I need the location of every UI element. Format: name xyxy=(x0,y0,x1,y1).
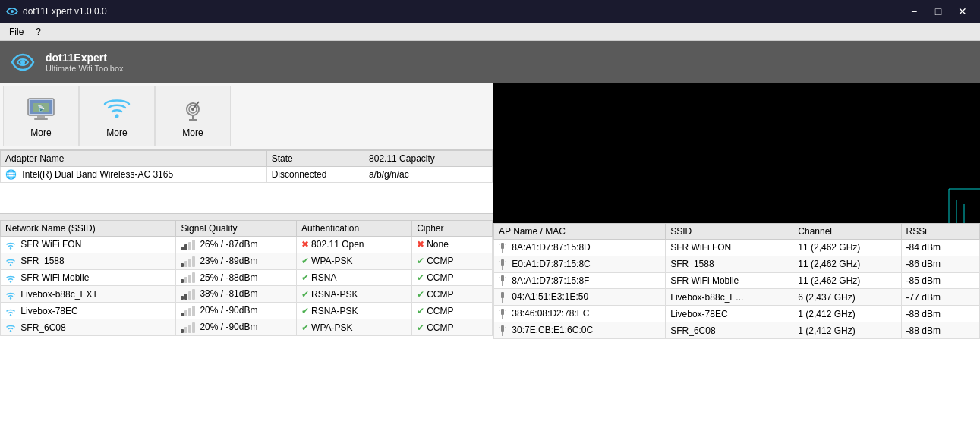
adapter-row[interactable]: 🌐 Intel(R) Dual Band Wireless-AC 3165 Di… xyxy=(1,167,493,183)
net-col-cipher: Cipher xyxy=(412,221,493,237)
wifi-ssid-icon xyxy=(5,291,16,300)
ap-col-rssi: RSSi xyxy=(901,224,979,240)
adapter-col-state: State xyxy=(266,151,364,167)
graph-line xyxy=(950,178,980,223)
title-bar: dot11Expert v1.0.0.0 − □ ✕ xyxy=(0,0,980,23)
network-row[interactable]: Livebox-78EC 20% / -90dBm ✔RSNA-PSK ✔CCM… xyxy=(1,303,493,319)
ap-row[interactable]: 8A:A1:D7:87:15:8D SFR WiFi FON 11 (2,462… xyxy=(494,240,980,256)
window-controls: − □ ✕ xyxy=(903,0,974,23)
maximize-button[interactable]: □ xyxy=(927,0,950,23)
ap-icon xyxy=(499,275,506,286)
svg-point-20 xyxy=(10,264,11,266)
toolbar-btn-1[interactable]: More xyxy=(79,86,155,146)
graph-area xyxy=(493,83,980,223)
adapter-table: Adapter Name State 802.11 Capacity 🌐 Int… xyxy=(0,150,493,183)
svg-point-40 xyxy=(10,331,11,332)
auth-icon: ✖ xyxy=(301,239,309,250)
network-row[interactable]: SFR_1588 23% / -89dBm ✔WPA-PSK ✔CCMP xyxy=(1,253,493,269)
ap-mac: E0:A1:D7:87:15:8C xyxy=(494,256,666,272)
toolbar-btn-2[interactable]: More xyxy=(155,86,231,146)
menu-file[interactable]: File xyxy=(3,25,30,39)
ap-ssid: SFR_1588 xyxy=(666,256,793,272)
svg-text:📡: 📡 xyxy=(37,104,45,112)
wifi-ssid-icon xyxy=(5,307,16,316)
ap-icon xyxy=(499,259,506,270)
svg-rect-16 xyxy=(181,247,184,250)
ap-row[interactable]: 8A:A1:D7:87:15:8F SFR WiFi Mobile 11 (2,… xyxy=(494,272,980,289)
ap-channel: 11 (2,462 GHz) xyxy=(793,256,901,272)
ap-table: AP Name / MAC SSID Channel RSSi 8A:A1:D7… xyxy=(493,223,980,339)
ap-rssi: -77 dBm xyxy=(901,289,979,306)
toolbar-btn-0[interactable]: 📡 More xyxy=(3,86,79,146)
net-auth: ✔RSNA-PSK xyxy=(297,286,412,303)
net-quality: 20% / -90dBm xyxy=(176,303,297,319)
net-auth: ✔RSNA-PSK xyxy=(297,303,412,319)
network-row[interactable]: SFR WiFi FON 26% / -87dBm ✖802.11 Open ✖… xyxy=(1,237,493,253)
net-ssid: SFR_1588 xyxy=(1,253,176,269)
svg-rect-27 xyxy=(184,277,187,283)
app-title: dot11Expert v1.0.0.0 xyxy=(23,6,107,17)
app-header: dot11Expert Ultimate Wifi Toolbox xyxy=(0,41,980,83)
close-button[interactable]: ✕ xyxy=(951,0,974,23)
left-panel: 📡 More More xyxy=(0,83,493,440)
adapter-name: 🌐 Intel(R) Dual Band Wireless-AC 3165 xyxy=(1,167,267,183)
ap-mac: 30:7E:CB:E1:6C:0C xyxy=(494,322,666,339)
net-cipher: ✔CCMP xyxy=(412,269,493,286)
svg-rect-36 xyxy=(181,313,184,316)
svg-rect-29 xyxy=(192,272,195,283)
main-content: 📡 More More xyxy=(0,83,980,440)
svg-line-56 xyxy=(506,276,506,278)
adapter-col-extra xyxy=(477,151,493,167)
minimize-button[interactable]: − xyxy=(903,0,925,23)
ap-mac: 38:46:08:D2:78:EC xyxy=(494,306,666,322)
svg-point-0 xyxy=(11,10,14,13)
net-col-ssid: Network Name (SSID) xyxy=(1,221,176,237)
toolbar-btn-1-label: More xyxy=(106,127,127,138)
network-row[interactable]: SFR_6C08 20% / -90dBm ✔WPA-PSK ✔CCMP xyxy=(1,319,493,336)
ap-channel: 1 (2,412 GHz) xyxy=(793,306,901,322)
svg-line-48 xyxy=(506,244,506,245)
ap-row[interactable]: 04:A1:51:E3:1E:50 Livebox-b88c_E... 6 (2… xyxy=(494,289,980,306)
svg-point-15 xyxy=(10,248,11,250)
ap-col-mac: AP Name / MAC xyxy=(494,224,666,240)
svg-rect-22 xyxy=(184,261,187,267)
ap-rssi: -88 dBm xyxy=(901,306,979,322)
svg-rect-24 xyxy=(192,256,195,267)
ap-col-ssid: SSID xyxy=(666,224,793,240)
menu-help[interactable]: ? xyxy=(30,25,47,39)
net-quality: 25% / -88dBm xyxy=(176,269,297,286)
net-cipher: ✔CCMP xyxy=(412,286,493,303)
toolbar: 📡 More More xyxy=(0,83,493,150)
svg-line-47 xyxy=(499,244,499,245)
network-row[interactable]: SFR WiFi Mobile 25% / -88dBm ✔RSNA ✔CCMP xyxy=(1,269,493,286)
auth-icon: ✔ xyxy=(301,256,309,266)
svg-rect-57 xyxy=(501,292,504,298)
svg-rect-53 xyxy=(501,275,504,281)
ap-mac: 8A:A1:D7:87:15:8D xyxy=(494,240,666,256)
monitor-icon: 📡 xyxy=(26,94,56,124)
svg-rect-5 xyxy=(34,118,48,120)
svg-line-60 xyxy=(506,293,506,294)
ap-row[interactable]: 38:46:08:D2:78:EC Livebox-78EC 1 (2,412 … xyxy=(494,306,980,322)
wifi-ssid-icon xyxy=(5,257,16,266)
cipher-icon: ✔ xyxy=(417,322,424,333)
net-ssid: SFR WiFi FON xyxy=(1,237,176,253)
ap-rssi: -88 dBm xyxy=(901,322,979,339)
ap-section: AP Name / MAC SSID Channel RSSi 8A:A1:D7… xyxy=(493,223,980,440)
wifi-icon xyxy=(102,94,132,124)
ap-icon xyxy=(499,325,506,336)
svg-rect-42 xyxy=(184,327,187,333)
ap-row[interactable]: 30:7E:CB:E1:6C:0C SFR_6C08 1 (2,412 GHz)… xyxy=(494,322,980,339)
net-quality: 26% / -87dBm xyxy=(176,237,297,253)
net-auth: ✔WPA-PSK xyxy=(297,253,412,269)
net-ssid: Livebox-b88c_EXT xyxy=(1,286,176,303)
svg-rect-38 xyxy=(188,308,191,316)
svg-rect-61 xyxy=(501,309,504,315)
wifi-ssid-icon xyxy=(5,274,16,283)
networks-section: Network Name (SSID) Signal Quality Authe… xyxy=(0,220,493,440)
ap-row[interactable]: E0:A1:D7:87:15:8C SFR_1588 11 (2,462 GHz… xyxy=(494,256,980,272)
svg-line-59 xyxy=(499,293,499,294)
adapter-col-name: Adapter Name xyxy=(1,151,267,167)
network-row[interactable]: Livebox-b88c_EXT 38% / -81dBm ✔RSNA-PSK … xyxy=(1,286,493,303)
svg-line-63 xyxy=(499,310,499,311)
